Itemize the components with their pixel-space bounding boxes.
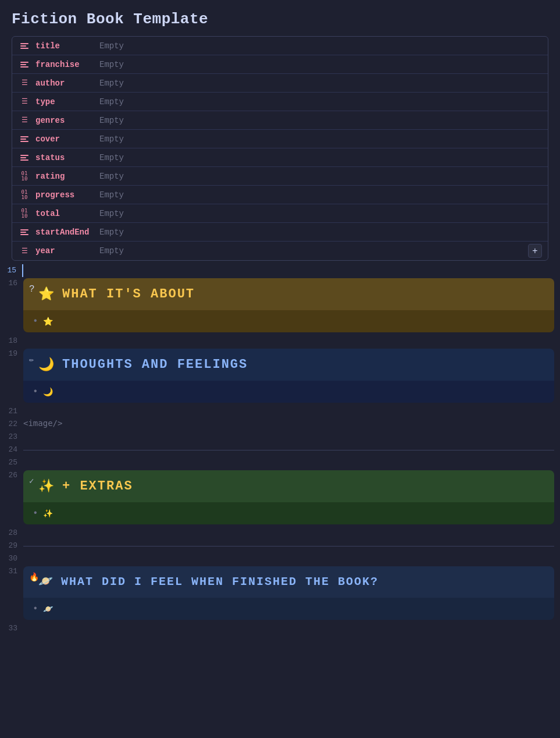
prop-row-cover: cover Empty: [12, 130, 548, 148]
prop-name-year[interactable]: year: [35, 246, 99, 256]
line-number-26: 26: [0, 469, 23, 527]
binary-icon-progress: 0110: [18, 190, 31, 200]
prop-name-progress[interactable]: progress: [35, 190, 99, 200]
line-number-30: 30: [0, 552, 23, 565]
thoughts-edit-icon: ✏: [29, 354, 34, 364]
prop-name-genres[interactable]: genres: [35, 116, 99, 125]
prop-name-author[interactable]: author: [35, 79, 99, 88]
prop-row-title: title Empty: [12, 37, 548, 55]
feel-section-header[interactable]: 🔥 🪐 WHAT DID I FEEL WHEN FINISHED THE BO…: [23, 566, 554, 598]
line-number-25: 25: [0, 456, 23, 469]
prop-name-total[interactable]: total: [35, 209, 99, 218]
feel-section: 🔥 🪐 WHAT DID I FEEL WHEN FINISHED THE BO…: [23, 566, 554, 620]
prop-row-progress: 0110 progress Empty: [12, 186, 548, 204]
divider-29: [23, 546, 554, 547]
prop-row-author: ☰ author Empty: [12, 74, 548, 93]
extras-section-header[interactable]: ✓ ✨ + EXTRAS: [23, 470, 554, 502]
add-property-button[interactable]: +: [528, 244, 542, 258]
editor-line-26: 26 ✓ ✨ + EXTRAS ✨: [0, 469, 560, 527]
prop-name-rating[interactable]: rating: [35, 172, 99, 181]
prop-value-total: Empty: [99, 209, 124, 218]
list-icon-genres: ☰: [18, 116, 31, 125]
extras-section-body[interactable]: ✨: [23, 502, 554, 524]
line-number-18: 18: [0, 335, 23, 347]
line-number-28: 28: [0, 527, 23, 540]
prop-name-startandend[interactable]: startAndEnd: [35, 228, 99, 237]
editor-line-31: 31 🔥 🪐 WHAT DID I FEEL WHEN FINISHED THE…: [0, 565, 560, 622]
binary-icon-rating: 0110: [18, 171, 31, 182]
extras-edit-icon: ✓: [29, 476, 34, 486]
feel-section-title: 🪐 WHAT DID I FEEL WHEN FINISHED THE BOOK…: [33, 574, 379, 590]
line-number-22: 22: [0, 418, 23, 431]
editor-line-24: 24: [0, 443, 560, 456]
extras-section-title: ✨ + EXTRAS: [33, 478, 133, 494]
thoughts-section-title: 🌙 THOUGHTS AND FEELINGS: [33, 357, 248, 372]
prop-value-progress: Empty: [99, 190, 124, 200]
line-number-23: 23: [0, 431, 23, 443]
prop-value-status: Empty: [99, 153, 124, 162]
prop-value-franchise: Empty: [99, 60, 124, 69]
line-number-21: 21: [0, 405, 23, 418]
feel-edit-icon: 🔥: [29, 572, 39, 582]
lines-icon-startandend: [18, 229, 31, 235]
editor-line-33: 33: [0, 622, 560, 635]
about-bullet-icon: ⭐: [43, 317, 53, 327]
lines-icon-franchise: [18, 62, 31, 68]
prop-name-title[interactable]: title: [35, 41, 99, 51]
list-icon-year: ☰: [18, 247, 31, 256]
about-section-header[interactable]: ? ⭐ WHAT IT'S ABOUT: [23, 278, 554, 310]
editor-line-18: 18: [0, 335, 560, 347]
feel-planet-icon: 🪐: [38, 574, 54, 590]
prop-value-genres: Empty: [99, 116, 124, 125]
about-section-body[interactable]: ⭐: [23, 310, 554, 332]
prop-name-type[interactable]: type: [35, 97, 99, 107]
properties-table: title Empty franchise Empty ☰ author Emp…: [12, 36, 548, 261]
prop-value-type: Empty: [99, 97, 124, 107]
feel-section-body[interactable]: 🪐: [23, 598, 554, 620]
prop-value-cover: Empty: [99, 134, 124, 144]
extras-section: ✓ ✨ + EXTRAS ✨: [23, 470, 554, 524]
prop-row-genres: ☰ genres Empty: [12, 111, 548, 130]
prop-row-franchise: franchise Empty: [12, 55, 548, 74]
editor-line-22: 22 <image/>: [0, 418, 560, 431]
extras-sparkle-icon: ✨: [38, 478, 55, 494]
editor-line-30: 30: [0, 552, 560, 565]
line-number-33: 33: [0, 622, 23, 635]
about-section: ? ⭐ WHAT IT'S ABOUT ⭐: [23, 278, 554, 332]
list-icon-author: ☰: [18, 79, 31, 87]
prop-row-startandend: startAndEnd Empty: [12, 223, 548, 242]
feel-bullet-icon: 🪐: [43, 604, 53, 614]
extras-bullet-icon: ✨: [43, 509, 53, 519]
prop-value-rating: Empty: [99, 172, 124, 181]
thoughts-section: ✏ 🌙 THOUGHTS AND FEELINGS 🌙: [23, 349, 554, 403]
binary-icon-total: 0110: [18, 208, 31, 219]
prop-value-author: Empty: [99, 79, 124, 88]
prop-row-status: status Empty: [12, 148, 548, 167]
line-number-29: 29: [0, 540, 23, 552]
editor-line-15: 15: [0, 264, 560, 277]
prop-row-rating: 0110 rating Empty: [12, 167, 548, 186]
lines-icon-status: [18, 155, 31, 161]
line-number-19: 19: [0, 347, 23, 405]
editor-line-28: 28: [0, 527, 560, 540]
divider-24: [23, 450, 554, 450]
prop-name-status[interactable]: status: [35, 153, 99, 162]
prop-row-total: 0110 total Empty: [12, 204, 548, 223]
about-edit-icon: ?: [29, 284, 35, 295]
editor-line-23: 23: [0, 431, 560, 443]
prop-name-franchise[interactable]: franchise: [35, 60, 99, 69]
prop-name-cover[interactable]: cover: [35, 134, 99, 144]
about-star-icon: ⭐: [38, 286, 55, 302]
editor-line-25: 25: [0, 456, 560, 469]
thoughts-section-body[interactable]: 🌙: [23, 381, 554, 403]
prop-row-type: ☰ type Empty: [12, 93, 548, 111]
prop-value-year: Empty: [99, 246, 124, 256]
thoughts-moon-icon: 🌙: [38, 357, 55, 372]
page-title: Fiction Book Template: [0, 0, 560, 36]
line-number-31: 31: [0, 565, 23, 622]
lines-icon: [18, 43, 31, 49]
thoughts-section-header[interactable]: ✏ 🌙 THOUGHTS AND FEELINGS: [23, 349, 554, 381]
prop-row-year: ☰ year Empty +: [12, 242, 548, 260]
editor-line-19: 19 ✏ 🌙 THOUGHTS AND FEELINGS 🌙: [0, 347, 560, 405]
line-number-15: 15: [0, 264, 23, 277]
